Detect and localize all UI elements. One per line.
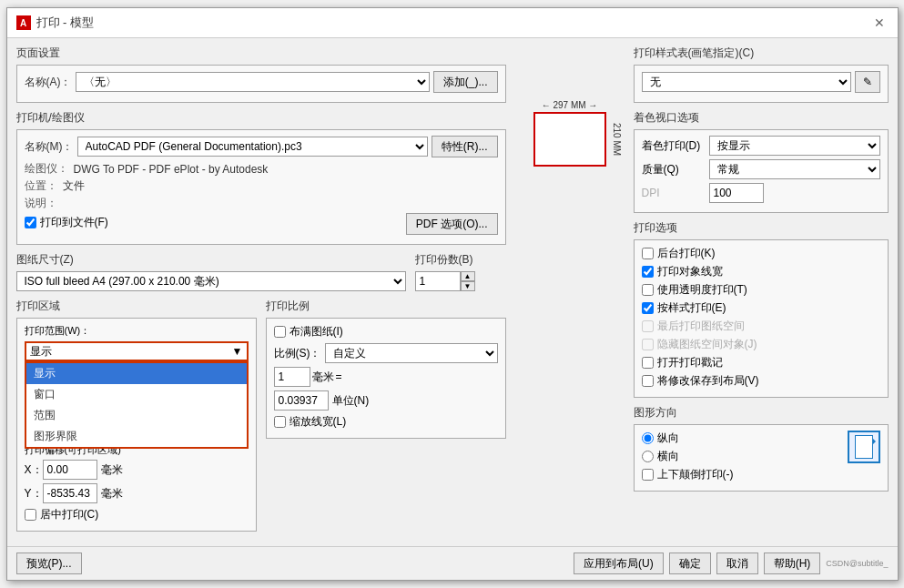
paper-size-area: 图纸尺寸(Z) ISO full bleed A4 (297.00 x 210.…	[16, 252, 406, 291]
center-print-checkbox[interactable]	[25, 509, 36, 521]
print-area-title: 打印区域	[16, 299, 257, 314]
last-paper-checkbox[interactable]	[642, 320, 654, 332]
style-print-checkbox[interactable]	[642, 302, 654, 314]
shade-print-label: 着色打印(D)	[642, 138, 706, 154]
x-mm-label: 毫米	[101, 462, 123, 478]
right-panel: 打印样式表(画笔指定)(C) 无 ✎ 着色视口选项 着色打印(D) 按显示	[634, 46, 889, 539]
page-name-select[interactable]: 〈无〉	[76, 72, 430, 92]
center-print-label: 居中打印(C)	[40, 507, 99, 522]
portrait-label: 纵向	[657, 431, 679, 446]
location-value: 文件	[63, 178, 85, 194]
print-style-title: 打印样式表(画笔指定)(C)	[634, 46, 889, 61]
log-row: 打开打印戳记	[642, 355, 880, 370]
print-range-row: 打印范围(W)：	[25, 324, 249, 338]
location-row: 位置： 文件	[25, 178, 498, 194]
quality-label: 质量(Q)	[642, 162, 706, 177]
hide-paper-checkbox[interactable]	[642, 339, 654, 350]
printer-select[interactable]: AutoCAD PDF (General Documentation).pc3	[77, 137, 428, 157]
apply-button[interactable]: 应用到布局(U)	[574, 553, 664, 574]
trans-print-checkbox[interactable]	[642, 284, 654, 296]
ok-button[interactable]: 确定	[669, 553, 711, 574]
arrow-icon	[872, 438, 876, 445]
lw-print-row: 打印对象线宽	[642, 264, 880, 279]
bottom-buttons: 应用到布局(U) 确定 取消 帮助(H)	[574, 553, 820, 574]
fit-paper-label: 布满图纸(I)	[289, 324, 343, 340]
landscape-label: 横向	[657, 449, 679, 464]
print-to-file-row: 打印到文件(F) PDF 选项(O)...	[25, 213, 498, 235]
upside-down-checkbox[interactable]	[642, 469, 654, 481]
last-paper-label: 最后打印图纸空间	[657, 319, 745, 334]
center-print-row: 居中打印(C)	[25, 507, 249, 522]
print-dialog: A 打印 - 模型 ✕ 页面设置 名称(A)： 〈无〉 添加(_)... 打印机…	[6, 7, 899, 581]
hide-paper-row: 隐藏图纸空间对象(J)	[642, 337, 880, 352]
close-button[interactable]: ✕	[870, 14, 889, 32]
dropdown-item-display[interactable]: 显示	[26, 363, 247, 384]
print-to-file-checkbox[interactable]	[25, 217, 36, 228]
trans-print-label: 使用透明度打印(T)	[657, 282, 747, 298]
cancel-button[interactable]: 取消	[716, 553, 758, 574]
log-label: 打开打印戳记	[657, 355, 723, 370]
shade-print-row: 着色打印(D) 按显示	[642, 136, 880, 156]
offset-y-input[interactable]	[43, 483, 97, 503]
fit-paper-checkbox[interactable]	[274, 326, 286, 338]
print-range-dropdown-container: 显示 ▼ 显示 窗口 范围 图形界限	[25, 341, 249, 361]
scale-select[interactable]: 自定义	[325, 343, 498, 363]
scale-value-2[interactable]	[274, 390, 329, 411]
dropdown-item-range[interactable]: 范围	[26, 405, 247, 426]
scale-value-1[interactable]	[274, 367, 310, 387]
portrait-radio[interactable]	[642, 432, 654, 444]
style-print-row: 按样式打印(E)	[642, 300, 880, 316]
page-icon	[855, 435, 873, 459]
landscape-radio[interactable]	[642, 451, 654, 462]
bg-print-row: 后台打印(K)	[642, 246, 880, 261]
copies-down-button[interactable]: ▼	[461, 281, 475, 291]
shade-print-select[interactable]: 按显示	[709, 136, 880, 156]
paper-preview-wrapper: 210 MM	[533, 112, 606, 167]
preview-button[interactable]: 预览(P)...	[16, 553, 82, 574]
printer-name-row: 名称(M)： AutoCAD PDF (General Documentatio…	[25, 136, 498, 157]
print-style-select[interactable]: 无	[642, 72, 851, 92]
dpi-row: DPI	[642, 183, 880, 203]
printer-section-title: 打印机/绘图仪	[16, 110, 506, 126]
scale-unit-label: 单位(N)	[332, 393, 370, 409]
log-checkbox[interactable]	[642, 357, 654, 369]
lw-print-checkbox[interactable]	[642, 266, 654, 278]
pdf-options-button[interactable]: PDF 选项(O)...	[406, 213, 498, 235]
lineweight-checkbox[interactable]	[274, 416, 286, 428]
paper-size-select[interactable]: ISO full bleed A4 (297.00 x 210.00 毫米)	[16, 271, 406, 291]
page-setup-title: 页面设置	[16, 46, 506, 61]
add-button[interactable]: 添加(_)...	[433, 71, 498, 93]
dropdown-item-window[interactable]: 窗口	[26, 384, 247, 405]
dropdown-arrow-icon: ▼	[232, 345, 243, 358]
save-layout-checkbox[interactable]	[642, 375, 654, 387]
dialog-body: 页面设置 名称(A)： 〈无〉 添加(_)... 打印机/绘图仪 名称(M)： …	[7, 38, 898, 546]
orientation-icon	[848, 431, 880, 463]
print-style-box: 无 ✎	[634, 65, 889, 103]
bg-print-checkbox[interactable]	[642, 248, 654, 259]
help-button[interactable]: 帮助(H)	[764, 553, 821, 574]
plotter-row: 绘图仪： DWG To PDF - PDF ePlot - by Autodes…	[25, 161, 498, 177]
printer-name-label: 名称(M)：	[25, 139, 74, 155]
quality-select[interactable]: 常规	[709, 159, 880, 179]
scale-equal: =	[336, 370, 342, 383]
offset-x-input[interactable]	[43, 460, 97, 480]
copies-up-button[interactable]: ▲	[461, 271, 475, 281]
title-bar-left: A 打印 - 模型	[16, 15, 95, 31]
y-mm-label: 毫米	[101, 486, 123, 502]
print-copies-input[interactable]: 1	[415, 271, 461, 291]
dpi-input[interactable]	[709, 183, 764, 203]
offset-y-row: Y： 毫米	[25, 483, 249, 503]
print-range-select-display[interactable]: 显示 ▼	[25, 341, 249, 361]
dropdown-item-limits[interactable]: 图形界限	[26, 426, 247, 447]
quality-row: 质量(Q) 常规	[642, 159, 880, 179]
edit-style-button[interactable]: ✎	[855, 71, 880, 93]
print-offset-section: 打印偏移(可打印区域) X： 毫米 Y： 毫米	[25, 443, 249, 522]
print-options-box: 后台打印(K) 打印对象线宽 使用透明度打印(T) 按样式打印(E) 最后打印图…	[634, 239, 889, 398]
left-panel: 页面设置 名称(A)： 〈无〉 添加(_)... 打印机/绘图仪 名称(M)： …	[16, 46, 506, 539]
copies-spinner: ▲ ▼	[461, 271, 475, 291]
fit-paper-row: 布满图纸(I)	[274, 324, 498, 340]
print-range-label: 打印范围(W)：	[25, 324, 91, 338]
properties-button[interactable]: 特性(R)...	[432, 136, 498, 157]
x-label: X：	[25, 462, 39, 478]
save-layout-row: 将修改保存到布局(V)	[642, 373, 880, 389]
